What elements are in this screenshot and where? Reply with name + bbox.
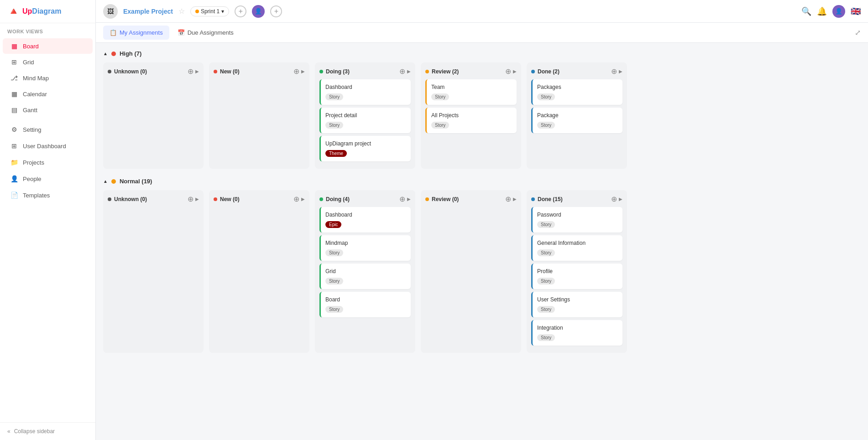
add-member-button[interactable]: + [270,5,282,17]
board-icon: ▦ [10,42,18,50]
card[interactable]: MindmapStory [319,235,411,261]
column-high-unknown: Unknown (0)⊕▶ [103,62,204,169]
card-tag: Story [325,278,343,285]
sidebar-item-templates[interactable]: 📄 Templates [3,187,93,203]
card[interactable]: PackageStory [531,108,622,133]
card[interactable]: TeamStory [425,79,517,105]
col-actions-normal-unknown: ⊕▶ [188,195,199,203]
col-title-text: Unknown (0) [114,196,147,202]
collapse-sidebar-button[interactable]: « Collapse sidebar [7,428,88,435]
col-actions-high-done: ⊕▶ [611,67,622,76]
sidebar-item-projects[interactable]: 📁 Projects [3,155,93,170]
col-more-button[interactable]: ▶ [513,69,517,74]
col-actions-high-review: ⊕▶ [505,67,517,76]
top-nav: 🖼 Example Project ☆ Sprint 1 ▾ + 👤 + 🔍 🔔… [96,0,868,23]
card[interactable]: User SettingsStory [531,292,622,317]
sidebar-item-calendar-label: Calendar [23,91,47,98]
card-title: Grid [325,268,406,274]
priority-chevron-high: ▲ [103,51,108,56]
col-more-button[interactable]: ▶ [195,197,199,202]
my-assignments-icon: 📋 [110,29,117,36]
tab-my-assignments-label: My Assignments [120,29,163,36]
project-name[interactable]: Example Project [123,8,173,15]
sidebar-item-calendar[interactable]: ▦ Calendar [3,86,93,102]
column-header-normal-review: Review (0)⊕▶ [425,195,517,203]
sidebar-item-people[interactable]: 👤 People [3,171,93,186]
sprint-selector[interactable]: Sprint 1 ▾ [190,6,229,16]
column-normal-new: New (0)⊕▶ [209,190,309,353]
sidebar-bottom: « Collapse sidebar [0,422,95,440]
column-title-normal-doing: Doing (4) [319,196,350,202]
col-title-text: Review (2) [432,68,459,75]
people-icon: 👤 [10,175,18,183]
sidebar-item-setting[interactable]: ⚙ Setting [3,122,93,137]
col-add-button[interactable]: ⊕ [188,195,193,203]
sprint-label: Sprint 1 [201,8,220,15]
col-dot-unknown [108,197,111,201]
col-more-button[interactable]: ▶ [407,69,411,74]
col-actions-high-unknown: ⊕▶ [188,67,199,76]
profile-avatar[interactable]: 👤 [832,5,845,18]
col-add-button[interactable]: ⊕ [293,67,299,76]
col-actions-high-new: ⊕▶ [293,67,305,76]
col-actions-normal-review: ⊕▶ [505,195,517,203]
col-add-button[interactable]: ⊕ [611,195,617,203]
language-flag[interactable]: 🇬🇧 [851,6,861,16]
card[interactable]: DashboardStory [319,79,411,105]
search-icon[interactable]: 🔍 [801,6,811,16]
col-more-button[interactable]: ▶ [301,197,305,202]
sidebar-item-grid[interactable]: ⊞ Grid [3,54,93,70]
expand-icon[interactable]: ⤢ [855,28,861,37]
col-more-button[interactable]: ▶ [513,197,517,202]
priority-header-normal[interactable]: ▲Normal (19) [103,178,861,185]
col-more-button[interactable]: ▶ [407,197,411,202]
card[interactable]: UpDiagram projectTheme [319,136,411,161]
column-title-high-doing: Doing (3) [319,68,350,75]
card[interactable]: ProfileStory [531,264,622,289]
col-add-button[interactable]: ⊕ [399,67,405,76]
column-header-normal-unknown: Unknown (0)⊕▶ [108,195,199,203]
card-tag: Story [537,306,555,313]
priority-label-normal: Normal (19) [120,178,152,185]
sidebar-item-board[interactable]: ▦ Board [3,38,93,54]
col-add-button[interactable]: ⊕ [611,67,617,76]
col-title-text: Doing (3) [326,68,350,75]
card[interactable]: General InformationStory [531,235,622,261]
sidebar-item-userdashboard[interactable]: ⊞ User Dashboard [3,138,93,154]
col-more-button[interactable]: ▶ [195,69,199,74]
col-add-button[interactable]: ⊕ [505,67,511,76]
card[interactable]: PackagesStory [531,79,622,105]
card[interactable]: DashboardEpic [319,207,411,233]
col-dot-done [531,197,535,201]
tab-due-assignments[interactable]: 📅 Due Assignments [171,26,240,40]
card[interactable]: All ProjectsStory [425,108,517,133]
col-add-button[interactable]: ⊕ [399,195,405,203]
sidebar-item-gantt[interactable]: ▤ Gantt [3,102,93,118]
col-add-button[interactable]: ⊕ [505,195,511,203]
col-add-button[interactable]: ⊕ [188,67,193,76]
priority-header-high[interactable]: ▲High (7) [103,50,861,57]
col-more-button[interactable]: ▶ [619,197,622,202]
card[interactable]: PasswordStory [531,207,622,233]
col-dot-doing [319,70,323,73]
star-icon[interactable]: ☆ [178,7,185,16]
column-normal-doing: Doing (4)⊕▶DashboardEpicMindmapStoryGrid… [315,190,415,353]
empty-column [425,207,517,234]
card[interactable]: GridStory [319,264,411,289]
card[interactable]: BoardStory [319,292,411,317]
col-add-button[interactable]: ⊕ [293,195,299,203]
sidebar-item-mindmap[interactable]: ⎇ Mind Map [3,70,93,86]
sprint-chevron-icon: ▾ [221,8,224,15]
card[interactable]: IntegrationStory [531,320,622,346]
empty-column [108,79,199,107]
add-sprint-button[interactable]: + [235,5,246,17]
col-more-button[interactable]: ▶ [619,69,622,74]
column-header-high-unknown: Unknown (0)⊕▶ [108,67,199,76]
col-more-button[interactable]: ▶ [301,69,305,74]
card[interactable]: Project detailStory [319,108,411,133]
tab-my-assignments[interactable]: 📋 My Assignments [103,26,169,40]
dashboard-icon: ⊞ [10,142,18,150]
column-header-normal-doing: Doing (4)⊕▶ [319,195,411,203]
notifications-icon[interactable]: 🔔 [817,6,827,16]
user-avatar[interactable]: 👤 [252,5,265,18]
